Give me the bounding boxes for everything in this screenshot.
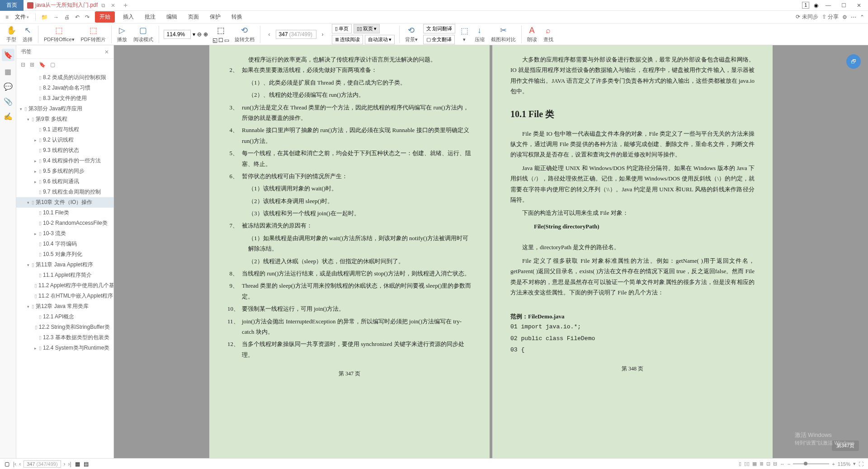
bm-tool-2[interactable]: ⊞: [30, 62, 34, 68]
bookmark-item[interactable]: ▯12.1 API概念: [16, 312, 113, 322]
thumbnail-icon[interactable]: ▦: [5, 67, 11, 76]
rotate-tool[interactable]: ⟲旋转文档: [232, 25, 257, 43]
layout-icon-2[interactable]: ▯▯: [744, 461, 750, 467]
layout-icon-1[interactable]: ▯: [739, 461, 741, 467]
zoom-out-bottom[interactable]: −: [788, 461, 790, 467]
page-menu[interactable]: 页面: [184, 12, 203, 22]
gear-icon[interactable]: ⚙: [842, 14, 847, 20]
document-view[interactable]: 使程序运行的效率更高，也解决了传统程序设计语言所无法解决的问题。 2、如果在类里…: [114, 45, 868, 458]
layout-icon-4[interactable]: ≣: [760, 461, 764, 467]
bookmark-item[interactable]: ▸▯9.6 线程间通讯: [16, 176, 113, 187]
bm-tool-4[interactable]: ▢: [50, 62, 55, 68]
close-tab-icon[interactable]: ✕: [111, 2, 115, 9]
bookmark-item[interactable]: ▾▯第3部分 Java程序应用: [16, 104, 113, 114]
full-trans-button[interactable]: ▢ 全文翻译: [423, 35, 455, 44]
background-tool[interactable]: ⟲背景▾: [402, 25, 420, 43]
prev-page-button[interactable]: ‹: [265, 30, 274, 38]
bookmark-item[interactable]: ▯8.2 Java的命名习惯: [16, 83, 113, 93]
read-aloud-tool[interactable]: A朗读: [524, 26, 540, 43]
home-tab[interactable]: 首页: [0, 0, 24, 11]
zoom-in-bottom[interactable]: +: [832, 461, 835, 467]
bookmark-item[interactable]: ▯11.2 Applet程序中使用的几个基本方法: [16, 280, 113, 291]
crop-compare-tool[interactable]: ✂截图和对比: [488, 25, 519, 43]
open-icon[interactable]: 📁: [39, 13, 50, 21]
fit-icon-2[interactable]: ⊟: [773, 461, 777, 467]
bookmark-item[interactable]: ▯9.1 进程与线程: [16, 124, 113, 135]
auto-scroll-button[interactable]: 自动滚动 ▾: [365, 35, 395, 44]
sign-icon[interactable]: ✍: [4, 112, 13, 121]
unsync-button[interactable]: ⟳ 未同步: [796, 13, 818, 21]
pdf-office-tool[interactable]: ⬚PDF转Office▾: [41, 25, 77, 43]
bookmark-item[interactable]: ▯8.2 类成员的访问控制权限: [16, 72, 113, 83]
share-button[interactable]: ⇪ 分享: [822, 13, 839, 21]
bookmark-item[interactable]: ▯10.5 对象序列化: [16, 249, 113, 260]
compress-tool[interactable]: ↓压缩: [472, 26, 487, 43]
bottom-panel-icon[interactable]: ▢: [5, 461, 9, 467]
page-input[interactable]: 347(347/499): [276, 30, 316, 39]
next-page-button[interactable]: ›: [318, 30, 327, 38]
view-icon-2[interactable]: ▤: [84, 461, 89, 467]
new-tab-button[interactable]: +: [119, 1, 132, 9]
more-icon[interactable]: ⋯: [851, 14, 856, 20]
file-menu[interactable]: 文件▾: [12, 12, 32, 22]
bookmark-item[interactable]: ▸▯9.5 多线程的同步: [16, 166, 113, 176]
avatar-icon[interactable]: ◉: [814, 2, 818, 9]
bookmark-item[interactable]: ▸▯9.4 线程操作的一些方法: [16, 156, 113, 166]
close-button[interactable]: ✕: [854, 0, 864, 11]
read-mode-tool[interactable]: ▢阅读模式: [131, 25, 156, 43]
fit-icon-3[interactable]: ↔: [780, 461, 785, 467]
bookmark-item[interactable]: ▯9.3 线程的状态: [16, 145, 113, 156]
bookmark-item[interactable]: ▯9.7 线程生命周期的控制: [16, 187, 113, 197]
bookmark-item[interactable]: ▯10-2 RandomAccessFile类: [16, 218, 113, 228]
restore-icon[interactable]: ⧉: [101, 2, 105, 9]
review-menu[interactable]: 批注: [140, 12, 160, 22]
bookmark-item[interactable]: ▯10.4 字符编码: [16, 239, 113, 249]
bookmark-item[interactable]: ▸▯12.4 System类与Runtime类: [16, 343, 113, 353]
bookmark-item[interactable]: ▯11.2 在HTML中嵌入Applet程序: [16, 291, 113, 301]
protect-menu[interactable]: 保护: [205, 12, 225, 22]
bookmark-item[interactable]: ▯11.1 Applet程序简介: [16, 270, 113, 280]
last-page-icon[interactable]: ›|: [68, 461, 71, 467]
hand-tool[interactable]: ✋手型: [4, 25, 19, 43]
first-page-icon[interactable]: |‹: [13, 461, 16, 467]
next-page-icon[interactable]: ›: [64, 461, 66, 467]
double-page-button[interactable]: ▯▯ 双页 ▾: [354, 24, 380, 33]
prev-page-icon[interactable]: ‹: [19, 461, 21, 467]
collapse-icon[interactable]: ⌃: [860, 14, 864, 20]
play-tool[interactable]: ▷播放: [114, 25, 130, 43]
bm-tool-1[interactable]: ⊟: [21, 62, 25, 68]
zoom-in-icon[interactable]: ⊕: [203, 31, 208, 38]
pdf-image-tool[interactable]: ⬚PDF转图片: [78, 25, 108, 43]
word-trans-button[interactable]: 文 划词翻译: [423, 24, 455, 33]
zoom-out-icon[interactable]: ⊖: [197, 31, 202, 38]
file-tab[interactable]: java从一无所知到入门.pdf ⧉ ✕: [24, 0, 119, 11]
zoom-slider[interactable]: [793, 463, 829, 464]
attachment-icon[interactable]: 📎: [4, 97, 13, 106]
bookmark-item[interactable]: ▾▯第12章 Java 常用类库: [16, 301, 113, 312]
bm-tool-3[interactable]: 🔖: [39, 62, 46, 68]
minimize-button[interactable]: —: [823, 0, 834, 11]
start-menu[interactable]: 开始: [95, 11, 115, 23]
maximize-button[interactable]: ☐: [838, 0, 849, 11]
find-tool[interactable]: ⌕查找: [541, 26, 556, 43]
bookmark-item[interactable]: ▯8.3 Jar文件的使用: [16, 93, 113, 104]
fullscreen-icon[interactable]: ⛶: [859, 461, 863, 467]
zoom-dropdown-bottom[interactable]: ▾: [853, 461, 856, 467]
continuous-button[interactable]: ≣ 连续阅读: [332, 35, 363, 44]
zoom-dropdown-icon[interactable]: ▾: [193, 31, 195, 38]
fit-icon-1[interactable]: ⊡: [766, 461, 770, 467]
convert-menu[interactable]: 转换: [227, 12, 247, 22]
comment-icon[interactable]: 💬: [4, 82, 13, 91]
badge-icon[interactable]: 1: [802, 2, 809, 9]
bookmark-item[interactable]: ▸▯9.2 认识线程: [16, 135, 113, 145]
bookmark-close-icon[interactable]: ✕: [104, 49, 109, 55]
view-icon-1[interactable]: ▦: [75, 461, 80, 467]
ocr-tool[interactable]: ⬚▾: [458, 26, 471, 43]
float-button[interactable]: 🗗: [846, 54, 861, 69]
undo-icon[interactable]: ↶: [73, 13, 81, 21]
bookmark-item[interactable]: ▾▯第9章 多线程: [16, 114, 113, 124]
edit-menu[interactable]: 编辑: [162, 12, 182, 22]
single-page-button[interactable]: ▯ 单页: [332, 24, 352, 33]
bookmark-item[interactable]: ▸▯10-3 流类: [16, 228, 113, 239]
zoom-input[interactable]: 114.9%: [164, 30, 191, 39]
